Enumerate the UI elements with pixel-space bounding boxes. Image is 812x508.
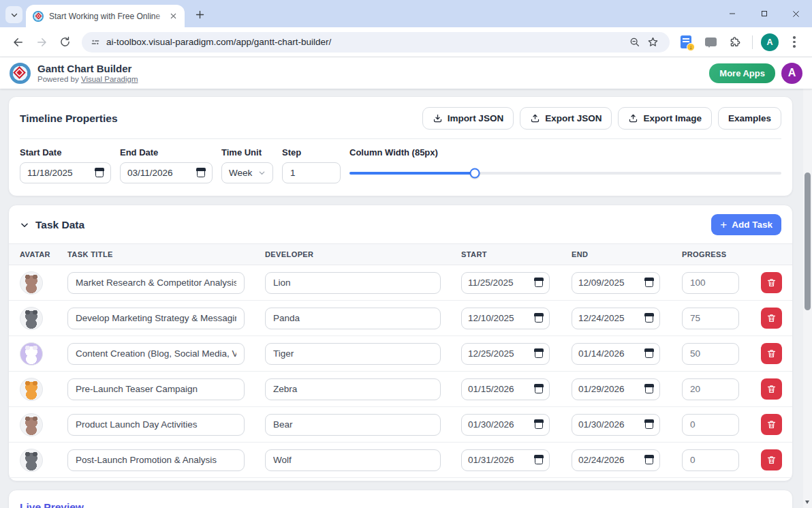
delete-task-button[interactable] <box>761 343 782 364</box>
start-date-input[interactable]: 01/30/2026 <box>461 414 550 436</box>
end-date-input[interactable]: 01/14/2026 <box>572 343 660 365</box>
browser-menu-button[interactable] <box>783 31 805 53</box>
visual-paradigm-link[interactable]: Visual Paradigm <box>81 75 138 83</box>
end-date-input[interactable]: 03/11/2026 <box>120 162 213 183</box>
calendar-icon[interactable] <box>645 278 653 287</box>
export-json-button[interactable]: Export JSON <box>520 107 612 130</box>
column-width-slider[interactable] <box>349 172 781 175</box>
task-title-input[interactable] <box>67 343 245 365</box>
delete-task-button[interactable] <box>761 378 782 400</box>
start-date-input[interactable]: 01/31/2026 <box>461 449 550 471</box>
chat-bubble-icon <box>705 38 717 46</box>
user-avatar[interactable]: A <box>781 63 802 84</box>
progress-input[interactable] <box>682 308 739 329</box>
progress-input[interactable] <box>682 378 739 400</box>
browser-profile-button[interactable]: A <box>759 31 781 53</box>
progress-input[interactable] <box>682 449 739 471</box>
calendar-icon[interactable] <box>645 385 653 393</box>
calendar-icon[interactable] <box>645 314 653 323</box>
chat-bubble-button[interactable] <box>700 31 721 53</box>
calendar-icon[interactable] <box>197 168 205 177</box>
tab-search-button[interactable] <box>5 6 22 23</box>
forward-button[interactable] <box>30 31 53 54</box>
bookmark-star-button[interactable] <box>644 33 661 51</box>
task-title-input[interactable] <box>67 378 245 400</box>
end-date-input[interactable]: 12/09/2025 <box>572 272 660 294</box>
developer-input[interactable] <box>265 449 441 471</box>
browser-tab[interactable]: Start Working with Free Online <box>26 5 185 27</box>
start-date-input[interactable]: 11/18/2025 <box>20 162 111 183</box>
add-task-button[interactable]: + Add Task <box>711 214 781 235</box>
wolf-avatar-icon <box>20 449 43 472</box>
time-unit-select[interactable]: Week <box>221 162 273 183</box>
tab-close-icon[interactable] <box>167 10 179 23</box>
developer-input[interactable] <box>265 378 441 400</box>
scrollbar-thumb[interactable] <box>805 173 811 310</box>
calendar-icon[interactable] <box>535 420 543 429</box>
progress-input[interactable] <box>682 272 739 294</box>
developer-input[interactable] <box>265 272 441 294</box>
trash-icon <box>766 313 777 323</box>
calendar-icon[interactable] <box>535 349 543 358</box>
import-json-button[interactable]: Import JSON <box>422 107 514 130</box>
start-date-input[interactable]: 01/15/2026 <box>461 378 550 400</box>
export-image-button[interactable]: Export Image <box>618 107 712 130</box>
end-date-input[interactable]: 01/29/2026 <box>572 378 660 400</box>
calendar-icon[interactable] <box>535 385 543 393</box>
trash-icon <box>766 419 777 430</box>
time-unit-field-group: Time Unit Week <box>221 147 273 183</box>
forward-arrow-icon <box>35 36 48 48</box>
close-window-button[interactable] <box>780 0 812 27</box>
url-text[interactable]: ai-toolbox.visual-paradigm.com/app/gantt… <box>106 37 621 47</box>
calendar-icon[interactable] <box>645 455 653 464</box>
site-settings-tune-icon[interactable] <box>90 37 101 48</box>
app-header: Gantt Chart Builder Powered by Visual Pa… <box>0 57 812 89</box>
back-button[interactable] <box>7 31 30 54</box>
task-title-input[interactable] <box>67 272 245 294</box>
calendar-icon[interactable] <box>95 168 104 177</box>
calendar-icon[interactable] <box>645 349 653 358</box>
task-title-input[interactable] <box>67 414 245 436</box>
examples-button[interactable]: Examples <box>718 107 781 130</box>
developer-input[interactable] <box>265 343 441 365</box>
calendar-icon[interactable] <box>535 278 543 287</box>
slider-thumb[interactable] <box>469 168 480 178</box>
maximize-button[interactable] <box>748 0 780 27</box>
page-scrollbar[interactable] <box>803 89 812 508</box>
start-date-input[interactable]: 12/25/2025 <box>461 343 550 365</box>
delete-task-button[interactable] <box>761 272 782 293</box>
task-title-input[interactable] <box>67 449 245 471</box>
table-row: 01/31/2026 02/24/2026 <box>9 443 792 478</box>
delete-task-button[interactable] <box>761 414 782 435</box>
collapse-chevron-icon[interactable] <box>20 220 29 230</box>
new-tab-button[interactable] <box>191 6 208 23</box>
minimize-button[interactable] <box>716 0 748 27</box>
task-title-input[interactable] <box>67 308 245 329</box>
delete-task-button[interactable] <box>761 449 782 470</box>
calendar-icon[interactable] <box>535 314 543 323</box>
developer-input[interactable] <box>265 414 441 436</box>
delete-task-button[interactable] <box>761 308 782 329</box>
end-date-input[interactable]: 01/30/2026 <box>572 414 660 436</box>
zoom-out-button[interactable] <box>626 33 644 51</box>
calendar-icon[interactable] <box>645 420 653 429</box>
extensions-button[interactable] <box>724 31 746 53</box>
address-bar[interactable]: ai-toolbox.visual-paradigm.com/app/gantt… <box>82 32 670 53</box>
doc-download-button[interactable]: ↓ <box>675 31 697 53</box>
calendar-icon[interactable] <box>535 455 543 464</box>
tiger-avatar-icon <box>20 378 43 401</box>
end-date-input[interactable]: 12/24/2025 <box>572 308 660 329</box>
wolf-avatar-icon <box>20 307 43 330</box>
progress-input[interactable] <box>682 343 739 365</box>
start-date-input[interactable]: 11/25/2025 <box>461 272 550 294</box>
trash-icon <box>766 384 777 394</box>
start-date-input[interactable]: 12/10/2025 <box>461 308 550 329</box>
more-apps-button[interactable]: More Apps <box>709 63 775 83</box>
scrollbar-down-arrow-icon[interactable] <box>805 500 809 506</box>
end-date-input[interactable]: 02/24/2026 <box>572 449 660 471</box>
progress-input[interactable] <box>682 414 739 436</box>
developer-input[interactable] <box>265 308 441 329</box>
reload-button[interactable] <box>53 31 76 54</box>
magnifier-minus-icon <box>629 37 640 48</box>
step-input[interactable] <box>282 162 341 183</box>
